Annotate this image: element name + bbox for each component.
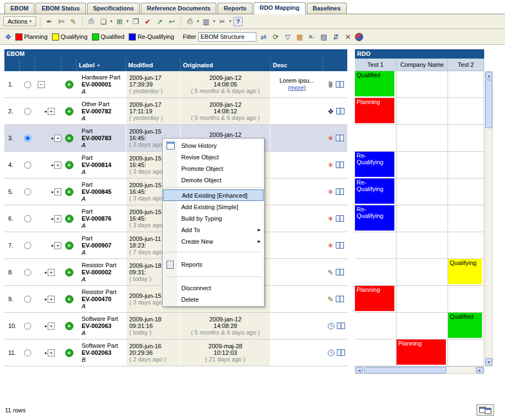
actions-menu-button[interactable]: Actions ▾ <box>3 16 36 26</box>
help-icon[interactable]: ? <box>233 17 243 26</box>
horizontal-scroll-thumb[interactable] <box>364 367 446 373</box>
print-options-icon[interactable]: ⎙ <box>185 16 195 26</box>
menu-item-demote-object[interactable]: Demote Object <box>163 174 263 186</box>
rdo-header-company-name[interactable]: Company Name <box>397 59 448 71</box>
tree-expand-button[interactable]: + <box>48 108 55 115</box>
menu-item-reports[interactable]: Reports <box>163 257 263 272</box>
route-star-icon[interactable]: ✳ <box>328 188 334 196</box>
expand-structure-button[interactable]: + <box>65 107 73 116</box>
header-modified[interactable]: Modified <box>126 59 181 71</box>
book-icon[interactable] <box>337 323 345 329</box>
menu-item-add-existing-simple[interactable]: Add Existing [Simple] <box>163 201 263 212</box>
tab-reports[interactable]: Reports <box>217 3 253 14</box>
vertical-scrollbar[interactable]: ▲ ▼ <box>485 71 493 366</box>
scroll-up-button[interactable]: ▲ <box>485 72 492 79</box>
book-icon[interactable] <box>336 108 345 114</box>
tab-baselines[interactable]: Baselines <box>307 3 347 14</box>
expand-structure-button[interactable]: + <box>65 349 73 357</box>
route-star-icon[interactable]: ✳ <box>328 134 334 142</box>
connect-pen-icon[interactable]: ✒ <box>44 16 54 26</box>
tree-expand-button[interactable]: + <box>48 349 55 356</box>
vertical-scroll-thumb[interactable] <box>485 80 492 128</box>
book-icon[interactable] <box>336 215 344 222</box>
print-icon[interactable]: ⎙ <box>87 16 96 26</box>
menu-item-show-history[interactable]: Show History <box>163 140 263 151</box>
cut-icon[interactable]: ✄ <box>56 16 66 26</box>
paperclip-icon[interactable] <box>328 80 334 88</box>
tab-specifications[interactable]: Specifications <box>87 3 140 14</box>
tab-reference-documents[interactable]: Reference Documents <box>141 3 216 14</box>
row-select-radio[interactable] <box>24 215 31 222</box>
horizontal-scrollbar[interactable]: ◄ ► <box>355 366 484 374</box>
tab-ebom-status[interactable]: EBOM Status <box>36 3 86 14</box>
edit-icon[interactable]: ✎ <box>68 16 78 26</box>
route-star-icon[interactable]: ✳ <box>328 241 334 250</box>
row-select-radio[interactable] <box>24 242 31 249</box>
menu-item-disconnect[interactable]: Disconnect <box>163 282 263 294</box>
remove-filter-icon[interactable]: ✕ <box>343 32 353 42</box>
refresh-icon[interactable]: ⟳ <box>271 32 280 42</box>
window-tile-button[interactable] <box>477 404 494 416</box>
pencil-icon[interactable]: ✎ <box>328 295 334 303</box>
copy-icon[interactable]: ❏ <box>99 16 108 26</box>
tree-expand-button[interactable]: + <box>54 162 61 169</box>
expand-structure-button[interactable]: + <box>65 80 73 89</box>
sort-updown-icon[interactable]: ⇵ <box>331 32 341 42</box>
add-table-icon[interactable]: ⊞ <box>114 16 124 26</box>
expand-all-icon[interactable]: ✥ <box>3 32 13 42</box>
globe-icon[interactable] <box>355 33 363 41</box>
tree-expand-button[interactable]: + <box>54 215 61 222</box>
table-edit-icon[interactable]: ▤ <box>319 32 329 42</box>
expand-structure-button[interactable]: + <box>65 268 73 277</box>
book-icon[interactable] <box>336 135 344 141</box>
filter-input[interactable] <box>198 32 256 42</box>
row-select-radio[interactable] <box>24 108 31 115</box>
row-select-radio[interactable] <box>24 188 31 195</box>
row-select-radio[interactable] <box>24 349 31 356</box>
clock-icon[interactable] <box>328 323 335 330</box>
tree-expand-button[interactable]: + <box>48 269 55 276</box>
book-icon[interactable] <box>336 81 344 88</box>
book-icon[interactable] <box>337 349 345 356</box>
menu-item-promote-object[interactable]: Promote Object <box>163 163 263 174</box>
route-star-icon[interactable]: ✳ <box>328 215 334 223</box>
rdo-header-test2[interactable]: Test 2 <box>448 59 484 71</box>
structure-compare-icon[interactable]: ⇄ <box>259 32 268 42</box>
tree-expand-button[interactable]: + <box>54 242 61 249</box>
row-select-radio[interactable] <box>24 135 31 142</box>
header-desc[interactable]: Desc <box>271 59 323 71</box>
remove-cut-icon[interactable]: ✂ <box>217 16 227 26</box>
tree-expand-button[interactable]: + <box>48 296 55 303</box>
menu-item-build-by-typing[interactable]: Build by Typing <box>163 212 263 224</box>
expand-structure-button[interactable]: + <box>65 295 73 303</box>
expand-structure-button[interactable]: + <box>65 134 73 142</box>
seal-icon[interactable]: ❖ <box>328 107 334 116</box>
tab-ebom[interactable]: EBOM <box>4 3 35 14</box>
expand-structure-button[interactable]: + <box>65 241 73 250</box>
validate-check-icon[interactable]: ✔ <box>143 16 153 26</box>
book-icon[interactable] <box>336 188 344 195</box>
menu-item-revise-object[interactable]: Revise Object <box>163 151 263 163</box>
book-icon[interactable] <box>336 162 344 168</box>
rdo-header-test1[interactable]: Test 1 <box>355 59 397 71</box>
tree-expand-button[interactable]: + <box>54 135 61 142</box>
row-select-radio[interactable] <box>24 162 31 169</box>
tab-rdo-mapping[interactable]: RDO Mapping <box>254 2 306 14</box>
route-star-icon[interactable]: ✳ <box>328 161 334 169</box>
pencil-icon[interactable]: ✎ <box>328 268 334 277</box>
menu-item-add-to[interactable]: Add To▶ <box>163 224 263 235</box>
open-window-icon[interactable]: ❐ <box>131 16 141 26</box>
tree-expand-button[interactable]: + <box>54 188 61 195</box>
column-settings-icon[interactable]: ▥ <box>201 16 211 26</box>
scroll-left-button[interactable]: ◄ <box>355 367 363 373</box>
expand-structure-button[interactable]: + <box>65 322 73 330</box>
row-select-radio[interactable] <box>24 296 31 303</box>
edit-grid-icon[interactable]: ▦ <box>295 32 305 42</box>
header-label[interactable]: Label ▲ <box>77 59 126 71</box>
more-link[interactable]: (more) <box>288 84 306 91</box>
filter-funnel-icon[interactable]: ▽ <box>283 32 292 42</box>
row-select-radio[interactable] <box>24 269 31 276</box>
book-icon[interactable] <box>336 269 344 275</box>
row-select-radio[interactable] <box>24 81 31 88</box>
header-originated[interactable]: Originated <box>181 59 271 71</box>
